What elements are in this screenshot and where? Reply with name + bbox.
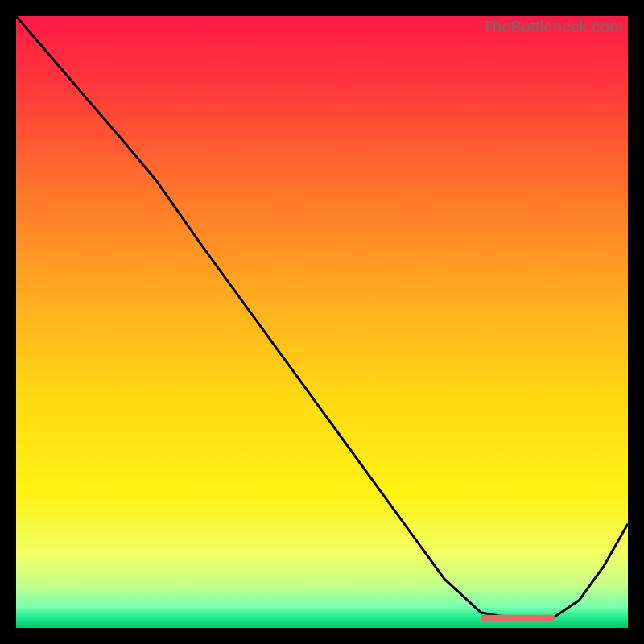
attribution-text: TheBottleneck.com: [482, 18, 623, 36]
chart-frame: TheBottleneck.com: [16, 16, 628, 628]
gradient-background: [16, 16, 628, 628]
optimal-range-marker: [481, 615, 555, 621]
bottleneck-chart: [16, 16, 628, 628]
